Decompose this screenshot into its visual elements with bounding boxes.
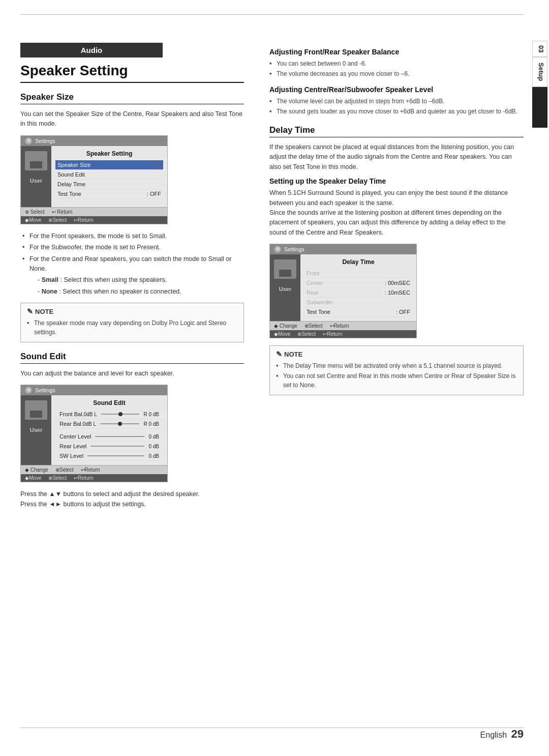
- screenshot-footer2: ◆Move ⊕Select ↩Return: [21, 216, 167, 224]
- audio-header: Audio: [20, 43, 163, 57]
- pencil-icon: ✎: [27, 307, 33, 315]
- se-sidebar: User: [21, 395, 51, 465]
- row-label: Delay Time: [57, 181, 85, 187]
- dt-row-subwoofer: Subwoofer: [304, 298, 412, 307]
- row-value: : 10mSEC: [385, 289, 410, 296]
- note-list: The speaker mode may vary depending on D…: [27, 318, 237, 337]
- main-content: Audio Speaker Setting Speaker Size You c…: [0, 20, 549, 535]
- gear-icon: ⚙: [274, 246, 281, 253]
- row-label: Rear: [307, 289, 319, 296]
- row-right: R 0 dB: [143, 412, 159, 417]
- dt-row-center: Center : 00mSEC: [304, 278, 412, 288]
- se-body: User Sound Edit Front Bal. 0dB L R 0 dB …: [21, 395, 167, 465]
- dt-main: Delay Time Front Center : 00mSEC Rear : …: [300, 254, 416, 321]
- se-main: Sound Edit Front Bal. 0dB L R 0 dB Rear …: [51, 395, 167, 465]
- dt-row-rear: Rear : 10mSEC: [304, 288, 412, 298]
- dt-row-front: Front: [304, 269, 412, 278]
- row-right: R 0 dB: [143, 421, 159, 427]
- screenshot-sidebar: User: [21, 146, 51, 207]
- row-label: Sound Edit: [57, 171, 85, 178]
- footer-return: ↩ Return: [52, 209, 73, 215]
- se-menu-title: Sound Edit: [55, 399, 163, 406]
- row-label: Center Level: [59, 433, 91, 440]
- row-label: Center: [307, 280, 323, 286]
- page-label: English: [480, 731, 507, 739]
- footer2-return: ↩Return: [323, 331, 342, 337]
- delay-time-title: Delay Time: [269, 125, 524, 137]
- speaker-size-title: Speaker Size: [20, 92, 244, 104]
- chapter-label: Setup: [532, 57, 547, 86]
- sound-edit-body2: Press the ▲▼ buttons to select and adjus…: [20, 489, 244, 509]
- se-slider: [95, 436, 144, 437]
- footer-select: ⊕ Select: [25, 209, 45, 215]
- speaker-setting-screenshot: ⚙ Settings User Speaker Setting Speaker …: [20, 135, 168, 224]
- speaker-size-note: ✎ NOTE The speaker mode may vary dependi…: [20, 303, 244, 342]
- row-label: Rear Bal.: [59, 421, 83, 427]
- se-slider: [87, 455, 144, 456]
- thumbnail: [274, 259, 296, 279]
- row-label: Test Tone: [307, 309, 330, 315]
- dt-note-item-1: The Delay Time menu will be activated on…: [276, 361, 517, 370]
- screenshot-row-speaker-size: Speaker Size ▶: [55, 160, 163, 170]
- footer2-return: ↩Return: [74, 475, 93, 481]
- dt-sidebar: User: [270, 254, 300, 321]
- note-label: NOTE: [35, 308, 53, 315]
- footer2-select: ⊕Select: [48, 217, 67, 223]
- side-tab: 03 Setup: [531, 41, 549, 128]
- setup-delay-title: Setting up the Speaker Delay Time: [269, 177, 524, 185]
- se-slider: [100, 423, 139, 424]
- adj-centre-rear-title: Adjusting Centre/Rear/Subwoofer Speaker …: [269, 85, 524, 94]
- footer2-return: ↩Return: [74, 217, 93, 223]
- row-right: 0 dB: [148, 434, 159, 440]
- note-item-1: The speaker mode may vary depending on D…: [27, 318, 237, 337]
- top-border: [20, 14, 524, 15]
- footer2-move: ◆Move: [274, 331, 290, 337]
- se-titlebar: ⚙ Settings: [21, 385, 167, 395]
- bottom-border: [20, 728, 524, 728]
- se-row-center-level: Center Level 0 dB: [55, 432, 163, 442]
- footer-change: ◆ Change: [274, 323, 297, 329]
- note-title: ✎ NOTE: [27, 307, 237, 315]
- adj-centre-rear-list: The volume level can be adjusted in step…: [269, 97, 524, 116]
- se-footer2: ◆Move ⊕Select ↩Return: [21, 474, 167, 482]
- setup-delay-body: When 5.1CH Surround Sound is played, you…: [269, 188, 524, 238]
- bullet-3a: - Small : Select this when using the spe…: [22, 275, 244, 285]
- chapter-number: 03: [532, 41, 547, 57]
- dt-note-item-2: You can not set Centre and Rear in this …: [276, 371, 517, 390]
- dt-note-list: The Delay Time menu will be activated on…: [276, 361, 517, 390]
- row-label: Subwoofer: [307, 299, 333, 305]
- row-arrow: ▶: [157, 162, 161, 167]
- gear-icon: ⚙: [25, 387, 32, 394]
- left-column: Audio Speaker Setting Speaker Size You c…: [20, 43, 259, 514]
- bullet-2: For the Subwoofer, the mode is set to Pr…: [22, 243, 244, 252]
- speaker-size-body: You can set the Speaker Size of the Cent…: [20, 109, 244, 129]
- bullet-3: For the Centre and Rear speakers, you ca…: [22, 254, 244, 274]
- row-value: : OFF: [147, 191, 161, 197]
- page-title: Speaker Setting: [20, 63, 244, 83]
- footer2-select: ⊕Select: [48, 475, 67, 481]
- gear-icon: ⚙: [25, 137, 32, 144]
- row-label: SW Level: [59, 453, 83, 459]
- footer-select: ⊕Select: [304, 323, 323, 329]
- se-slider: [101, 414, 140, 415]
- sound-edit-screenshot: ⚙ Settings User Sound Edit Front Bal. 0d…: [20, 385, 168, 482]
- footer-return: ↩Return: [81, 467, 100, 473]
- row-label: Front Bal.: [59, 411, 84, 417]
- adj-centre-item-2: The sound gets louder as you move closer…: [269, 107, 524, 116]
- screenshot-footer: ⊕ Select ↩ Return: [21, 207, 167, 216]
- page-number: English 29: [480, 728, 524, 741]
- row-right: 0 dB: [148, 444, 159, 449]
- row-label: Speaker Size: [57, 162, 90, 168]
- screenshot-menu-title: Speaker Setting: [55, 150, 163, 157]
- footer-change: ◆ Change: [25, 467, 48, 473]
- dt-footer2: ◆Move ⊕Select ↩Return: [270, 330, 416, 338]
- screenshot-main: Speaker Setting Speaker Size ▶ Sound Edi…: [51, 146, 167, 207]
- dt-titlebar: ⚙ Settings: [270, 244, 416, 254]
- delay-time-screenshot: ⚙ Settings User Delay Time Front: [269, 244, 417, 338]
- row-right: 0 dB: [148, 453, 159, 459]
- page-num: 29: [511, 728, 524, 740]
- footer-select: ⊕Select: [55, 467, 74, 473]
- row-label: Rear Level: [59, 443, 86, 449]
- dt-title-text: Settings: [284, 246, 304, 252]
- sound-edit-title: Sound Edit: [20, 352, 244, 364]
